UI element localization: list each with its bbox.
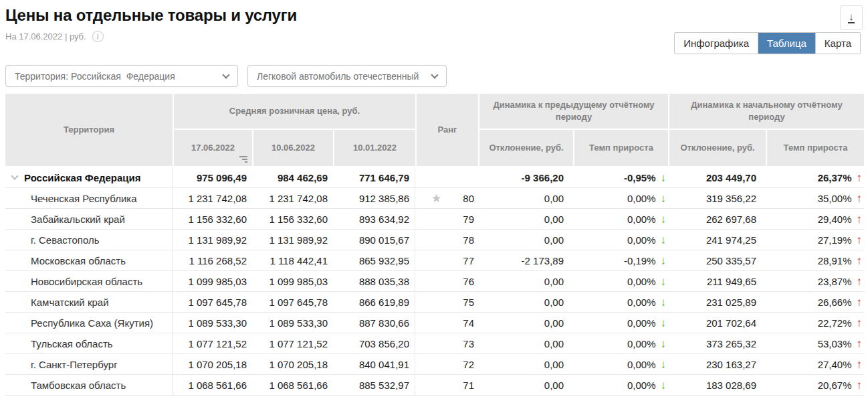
price-cell: 888 035,38	[334, 271, 415, 291]
expand-chevron-icon[interactable]	[11, 172, 18, 179]
territory-cell: Российская Федерация	[5, 167, 173, 187]
rate-previous-value: 0,00%	[627, 338, 656, 349]
deviation-previous-cell: 0,00	[479, 313, 573, 333]
table-row[interactable]: г. Севастополь1 131 989,921 131 989,9289…	[5, 230, 864, 250]
table-row[interactable]: Тамбовская область1 068 561,661 068 561,…	[5, 375, 864, 396]
tab-map[interactable]: Карта	[815, 33, 860, 54]
deviation-initial-cell: 203 449,70	[669, 167, 766, 187]
rank-cell: 76	[417, 271, 478, 291]
table-row[interactable]: Республика Саха (Якутия)1 089 533,301 08…	[5, 313, 864, 333]
price-cell: 1 156 332,60	[174, 209, 252, 229]
territory-cell: Тульская область	[5, 333, 173, 353]
rate-initial-value: 27,19%	[818, 234, 852, 246]
deviation-initial-cell: 262 697,68	[669, 209, 766, 229]
col-header-territory: Территория	[5, 94, 173, 166]
down-arrow-icon: ↓	[661, 317, 667, 329]
col-header-date-1[interactable]: 17.06.2022	[174, 130, 252, 166]
up-arrow-icon: ↑	[857, 297, 863, 308]
rank-value: 78	[463, 234, 474, 246]
rate-initial-cell: 27,40%↑	[767, 354, 864, 374]
rank-value: 79	[463, 214, 474, 225]
rate-previous-cell: 0,00%↓	[574, 354, 668, 374]
deviation-initial-cell: 230 163,27	[669, 354, 766, 374]
territory-select[interactable]: Территория: Российская Федерация	[5, 65, 238, 87]
product-select[interactable]: Легковой автомобиль отечественный	[247, 65, 447, 87]
rate-initial-cell: 26,37%↑	[767, 167, 864, 187]
rate-previous-cell: 0,00%↓	[574, 333, 668, 353]
table-row[interactable]: Российская Федерация975 096,49984 462,69…	[5, 167, 864, 188]
rank-cell: 78	[417, 230, 478, 250]
table-row[interactable]: г. Санкт-Петербург1 070 205,181 070 205,…	[5, 354, 864, 375]
price-cell: 1 116 268,52	[174, 250, 252, 270]
tab-infographics[interactable]: Инфографика	[675, 33, 758, 54]
rank-cell: 73	[417, 333, 478, 353]
col-header-rank: Ранг	[417, 94, 478, 166]
territory-label: Чеченская Республика	[31, 193, 137, 204]
rate-previous-cell: -0,19%↓	[574, 250, 668, 270]
rate-previous-cell: 0,00%↓	[574, 313, 668, 333]
deviation-initial-cell: 373 265,32	[669, 333, 766, 353]
subtitle-date-units: На 17.06.2022 | руб.	[5, 31, 86, 42]
sort-icon[interactable]	[239, 156, 247, 163]
territory-cell: г. Санкт-Петербург	[5, 354, 173, 374]
table-row[interactable]: Чеченская Республика1 231 742,081 231 74…	[5, 188, 864, 209]
rate-previous-value: 0,00%	[627, 380, 656, 391]
rate-previous-value: -0,19%	[624, 255, 656, 266]
territory-cell: г. Севастополь	[5, 230, 173, 250]
download-button[interactable]: ↓	[840, 5, 863, 30]
col-header-rate-previous: Темп прироста	[574, 130, 668, 166]
price-cell: 865 932,95	[334, 250, 415, 270]
territory-label: Забайкальский край	[31, 214, 125, 225]
date-1-label: 17.06.2022	[191, 142, 235, 154]
product-select-value: Легковой автомобиль отечественный	[257, 71, 419, 82]
rate-initial-value: 29,40%	[818, 214, 852, 225]
price-cell: 703 856,20	[334, 333, 415, 353]
price-cell: 1 077 121,52	[253, 333, 333, 353]
price-cell: 840 041,91	[334, 354, 415, 374]
price-cell: 1 068 561,66	[174, 375, 252, 395]
rate-previous-cell: 0,00%↓	[574, 271, 668, 291]
info-icon[interactable]: i	[92, 31, 104, 42]
rate-initial-cell: 53,03%↑	[767, 333, 864, 353]
territory-select-value: Территория: Российская Федерация	[15, 71, 175, 82]
up-arrow-icon: ↑	[857, 255, 863, 266]
chevron-down-icon	[222, 71, 229, 78]
price-cell: 975 096,49	[174, 167, 252, 187]
table-row[interactable]: Забайкальский край1 156 332,601 156 332,…	[5, 209, 864, 230]
rank-value: 74	[463, 317, 474, 329]
price-cell: 887 830,66	[334, 313, 415, 333]
table-body: Российская Федерация975 096,49984 462,69…	[5, 167, 864, 396]
up-arrow-icon: ↑	[857, 214, 863, 225]
table-row[interactable]: Московская область1 116 268,521 118 442,…	[5, 250, 864, 271]
price-cell: 1 231 742,08	[253, 188, 333, 208]
territory-cell: Московская область	[5, 250, 173, 270]
deviation-previous-cell: 0,00	[479, 292, 573, 312]
col-header-date-3: 10.01.2022	[334, 130, 415, 166]
deviation-initial-cell: 211 949,65	[669, 271, 766, 291]
rate-initial-cell: 28,91%↑	[767, 250, 864, 270]
table-row[interactable]: Новосибирская область1 099 985,031 099 9…	[5, 271, 864, 292]
deviation-previous-cell: -9 366,20	[479, 167, 573, 187]
price-cell: 1 118 442,41	[253, 250, 333, 270]
filters-bar: Территория: Российская Федерация Легково…	[5, 65, 863, 87]
rate-previous-value: 0,00%	[627, 317, 656, 329]
rate-initial-cell: 20,67%↑	[767, 375, 864, 395]
favorite-star-icon[interactable]: ★	[431, 193, 441, 204]
up-arrow-icon: ↑	[857, 172, 863, 183]
down-arrow-icon: ↓	[661, 359, 667, 370]
rank-value: 73	[463, 338, 474, 349]
table-header: Территория Средняя розничная цена, руб. …	[5, 94, 864, 166]
price-cell: 866 619,89	[334, 292, 415, 312]
rate-initial-cell: 27,19%↑	[767, 230, 864, 250]
down-arrow-icon: ↓	[661, 276, 667, 287]
table-row[interactable]: Камчатский край1 097 645,781 097 645,788…	[5, 292, 864, 313]
territory-label: Тамбовская область	[31, 380, 126, 391]
up-arrow-icon: ↑	[857, 276, 863, 287]
rate-initial-value: 26,66%	[818, 297, 852, 308]
tab-table[interactable]: Таблица	[758, 33, 815, 54]
chevron-down-icon	[431, 71, 438, 78]
deviation-initial-cell: 250 335,57	[669, 250, 766, 270]
table-row[interactable]: Тульская область1 077 121,521 077 121,52…	[5, 333, 864, 354]
col-header-date-2: 10.06.2022	[253, 130, 333, 166]
rank-value: 72	[463, 359, 474, 370]
